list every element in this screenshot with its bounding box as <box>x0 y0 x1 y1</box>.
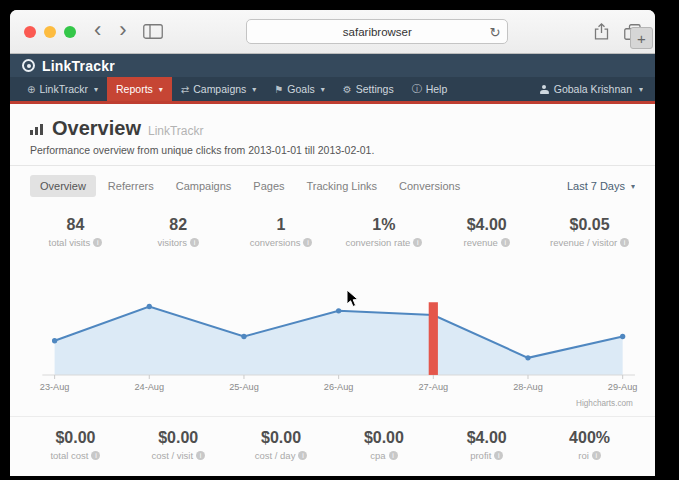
svg-text:28-Aug: 28-Aug <box>513 382 543 392</box>
nav-item-goals[interactable]: ⚑ Goals ▾ <box>265 77 333 101</box>
caret-down-icon: ▾ <box>159 85 163 94</box>
back-button[interactable]: ‹ <box>94 19 101 41</box>
stat-cost-per-day: $0.00 cost / dayi <box>230 429 333 461</box>
share-icon[interactable] <box>594 23 609 40</box>
forward-button[interactable]: › <box>119 19 126 41</box>
stat-label: profit <box>470 450 491 461</box>
nav-item-label: Settings <box>356 83 394 95</box>
info-icon[interactable]: i <box>93 238 102 247</box>
flag-icon: ⚑ <box>274 84 283 95</box>
sidebar-icon <box>143 24 163 39</box>
user-icon <box>540 85 549 94</box>
stat-value: $4.00 <box>435 429 538 447</box>
stat-label: cost / visit <box>151 450 193 461</box>
browser-toolbar: ‹ › safaribrowser ↻ <box>10 10 655 54</box>
page-subtitle: Performance overview from unique clicks … <box>30 144 635 156</box>
info-icon[interactable]: i <box>413 238 422 247</box>
url-text: safaribrowser <box>343 26 412 38</box>
stat-label: visitors <box>157 237 187 248</box>
nav-item-linktrackr[interactable]: ⊕ LinkTrackr ▾ <box>18 77 107 101</box>
info-icon[interactable]: i <box>303 238 312 247</box>
tab-referrers[interactable]: Referrers <box>98 175 164 197</box>
page-header: Overview LinkTrackr Performance overview… <box>10 104 655 165</box>
tab-campaigns[interactable]: Campaigns <box>166 175 242 197</box>
nav-item-settings[interactable]: ⚙ Settings <box>334 77 403 101</box>
info-icon[interactable]: i <box>298 451 307 460</box>
stats-row-bottom: $0.00 total costi $0.00 cost / visiti $0… <box>10 416 655 467</box>
address-bar-area: safaribrowser ↻ <box>175 19 580 44</box>
stat-value: $0.00 <box>332 429 435 447</box>
close-window-button[interactable] <box>24 26 36 38</box>
browser-window: ‹ › safaribrowser ↻ <box>10 10 655 476</box>
info-icon[interactable]: i <box>389 451 398 460</box>
stat-value: 1% <box>332 216 435 234</box>
refresh-icon[interactable]: ↻ <box>489 24 500 39</box>
stat-label: cpa <box>370 450 385 461</box>
stat-value: 82 <box>127 216 230 234</box>
info-icon[interactable]: i <box>592 451 601 460</box>
caret-down-icon: ▾ <box>631 182 635 191</box>
stat-conversion-rate: 1% conversion ratei <box>332 216 435 248</box>
nav-item-reports[interactable]: Reports ▾ <box>107 77 172 101</box>
svg-text:25-Aug: 25-Aug <box>229 382 259 392</box>
stat-value: 84 <box>24 216 127 234</box>
tab-tracking-links[interactable]: Tracking Links <box>297 175 388 197</box>
date-range-label: Last 7 Days <box>567 180 625 192</box>
nav-item-label: Reports <box>116 83 153 95</box>
tab-pages[interactable]: Pages <box>243 175 294 197</box>
nav-item-help[interactable]: ⓘ Help <box>403 77 457 101</box>
info-icon[interactable]: i <box>91 451 100 460</box>
line-chart[interactable]: 23-Aug24-Aug25-Aug26-Aug27-Aug28-Aug29-A… <box>26 260 639 416</box>
stat-label: roi <box>578 450 589 461</box>
app-header: LinkTrackr <box>10 54 655 77</box>
stat-value: $0.00 <box>24 429 127 447</box>
caret-down-icon: ▾ <box>639 85 643 94</box>
svg-text:24-Aug: 24-Aug <box>134 382 164 392</box>
tab-conversions[interactable]: Conversions <box>389 175 470 197</box>
address-bar[interactable]: safaribrowser ↻ <box>246 19 508 44</box>
minimize-window-button[interactable] <box>44 26 56 38</box>
nav-item-campaigns[interactable]: ⇄ Campaigns ▾ <box>172 77 266 101</box>
zoom-window-button[interactable] <box>64 26 76 38</box>
user-name: Gobala Krishnan <box>554 83 632 95</box>
page-title-suffix: LinkTrackr <box>148 124 204 138</box>
info-icon[interactable]: i <box>190 238 199 247</box>
info-icon[interactable]: i <box>501 238 510 247</box>
help-icon: ⓘ <box>412 82 422 96</box>
mouse-cursor <box>346 289 359 308</box>
tabs-bar: Overview Referrers Campaigns Pages Track… <box>10 166 655 206</box>
bar-chart-icon <box>30 124 43 135</box>
nav-item-label: LinkTrackr <box>39 83 88 95</box>
svg-text:27-Aug: 27-Aug <box>418 382 448 392</box>
user-menu[interactable]: Gobala Krishnan ▾ <box>528 77 655 101</box>
stat-value: $4.00 <box>435 216 538 234</box>
main-nav: ⊕ LinkTrackr ▾ Reports ▾ ⇄ Campaigns ▾ ⚑… <box>10 77 655 104</box>
shuffle-icon: ⇄ <box>181 84 189 95</box>
stat-cost-per-visit: $0.00 cost / visiti <box>127 429 230 461</box>
stat-label: conversions <box>250 237 301 248</box>
visits-chart[interactable]: 23-Aug24-Aug25-Aug26-Aug27-Aug28-Aug29-A… <box>10 254 655 416</box>
nav-item-label: Campaigns <box>193 83 246 95</box>
window-controls <box>24 26 76 38</box>
stat-value: 1 <box>230 216 333 234</box>
app-logo[interactable]: LinkTrackr <box>42 58 115 74</box>
stat-value: $0.05 <box>538 216 641 234</box>
stat-label: cost / day <box>255 450 296 461</box>
stat-roi: 400% roii <box>538 429 641 461</box>
info-icon[interactable]: i <box>494 451 503 460</box>
stat-conversions: 1 conversionsi <box>230 216 333 248</box>
new-tab-button[interactable]: + <box>630 27 653 49</box>
stat-label: revenue <box>464 237 498 248</box>
stat-value: 400% <box>538 429 641 447</box>
stats-row-top: 84 total visitsi 82 visitorsi 1 conversi… <box>10 206 655 254</box>
info-icon[interactable]: i <box>620 238 629 247</box>
stat-total-visits: 84 total visitsi <box>24 216 127 248</box>
stat-value: $0.00 <box>230 429 333 447</box>
date-range-dropdown[interactable]: Last 7 Days ▾ <box>567 180 635 192</box>
tab-overview[interactable]: Overview <box>30 175 96 197</box>
stat-revenue-per-visitor: $0.05 revenue / visitori <box>538 216 641 248</box>
stat-label: revenue / visitor <box>550 237 617 248</box>
info-icon[interactable]: i <box>196 451 205 460</box>
svg-text:23-Aug: 23-Aug <box>40 382 70 392</box>
sidebar-toggle-button[interactable] <box>143 24 163 39</box>
